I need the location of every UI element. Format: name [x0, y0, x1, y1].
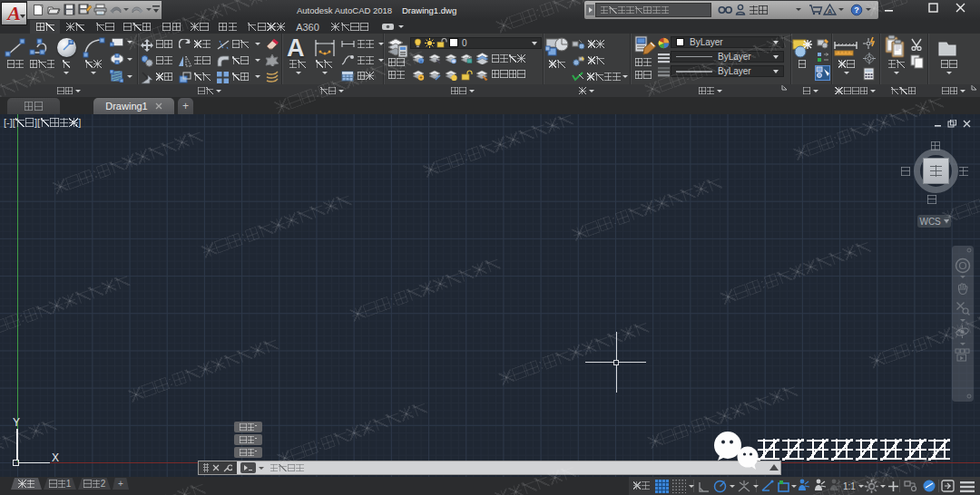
svg-text:A: A	[828, 8, 832, 15]
svg-text:?: ?	[854, 5, 859, 15]
